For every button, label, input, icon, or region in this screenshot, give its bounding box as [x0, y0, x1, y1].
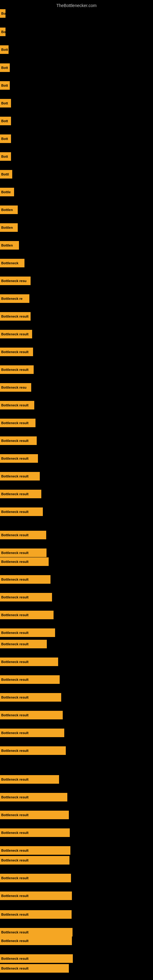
bar-label: Bott	[1, 101, 8, 105]
bar-label: Bottlen	[1, 208, 13, 212]
bar-item: Bottleneck result	[0, 575, 51, 584]
bar-label: Bottleneck result	[1, 849, 29, 852]
bar-label: Bottlen	[1, 226, 13, 229]
bar-item: Bott	[0, 99, 11, 108]
bar-item: Bottleneck resu	[0, 383, 31, 392]
bar-label: Bott	[1, 119, 8, 123]
bar-item: Bo	[0, 27, 5, 36]
bar-label: Bottleneck result	[1, 957, 29, 960]
bar-item: Bottleneck result	[0, 401, 34, 409]
bar-label: Bottleneck result	[1, 457, 29, 460]
bar-item: Bott	[0, 117, 11, 125]
bar-item: Bottleneck result	[0, 775, 59, 784]
bar-item: Bottleneck result	[0, 793, 67, 802]
bar-label: Bottleneck resu	[1, 385, 27, 389]
bar-item: Bottleneck result	[0, 693, 61, 702]
bar-item: Bottleneck re	[0, 294, 29, 303]
bar-label: Bottleneck result	[1, 332, 29, 336]
bar-label: Bottleneck result	[1, 492, 29, 496]
bar-label: Bottleneck result	[1, 642, 29, 646]
bar-label: Bottleneck result	[1, 931, 29, 934]
bar-label: Bottleneck result	[1, 913, 29, 916]
bar-item: Bottleneck result	[0, 891, 72, 900]
bar-label: Bottleneck result	[1, 749, 29, 752]
bar-item: Bott	[0, 81, 10, 90]
bar-item: Bottleneck result	[0, 829, 70, 837]
bar-item: Bottle	[0, 188, 14, 196]
bar-label: Bottleneck result	[1, 813, 29, 817]
bar-label: Bottleneck result	[1, 894, 29, 897]
bar-label: Bottleneck result	[1, 831, 29, 835]
bar-item: Bottleneck	[0, 259, 24, 267]
bar-item: Bottleneck resu	[0, 277, 30, 285]
bar-item: Bottleneck result	[0, 330, 32, 339]
bar-item: Bottlen	[0, 205, 18, 214]
bar-label: Bottleneck result	[1, 551, 29, 555]
bar-label: Bottleneck result	[1, 876, 29, 880]
bar-item: Bottleneck result	[0, 418, 35, 427]
bar-item: Bo	[0, 9, 5, 18]
bar-label: Bottleneck result	[1, 368, 29, 371]
bar-label: Bottleneck re	[1, 297, 22, 301]
bar-label: Bottlen	[1, 243, 13, 247]
bar-item: Bottlen	[0, 223, 18, 232]
bar-item: Bottleneck result	[0, 746, 66, 755]
bar-label: Bottleneck result	[1, 858, 29, 862]
bar-item: Bottleneck result	[0, 508, 43, 516]
bar-item: Bottleneck result	[0, 729, 64, 737]
bar-label: Bottleneck result	[1, 631, 29, 635]
bar-label: Bott	[1, 48, 8, 51]
bar-item: Bottleneck result	[0, 628, 55, 637]
bar-item: Bottl	[0, 170, 12, 178]
bar-item: Bottleneck result	[0, 846, 70, 855]
bar-label: Bott	[1, 155, 8, 158]
bar-label: Bottleneck result	[1, 510, 29, 514]
bar-item: Bottleneck result	[0, 454, 38, 463]
bar-item: Bottleneck result	[0, 937, 72, 945]
bar-item: Bottleneck result	[0, 640, 47, 648]
bar-item: Bottleneck result	[0, 856, 70, 865]
bar-label: Bottleneck result	[1, 678, 29, 681]
bar-label: Bottleneck result	[1, 613, 29, 617]
bar-item: Bottleneck result	[0, 490, 41, 498]
bar-item: Bottleneck result	[0, 593, 52, 601]
bar-item: Bottleneck result	[0, 711, 63, 719]
bar-label: Bo	[1, 12, 5, 15]
bar-item: Bottleneck result	[0, 557, 49, 566]
bar-label: Bottleneck result	[1, 403, 29, 407]
bar-label: Bottleneck result	[1, 315, 29, 318]
bar-label: Bottleneck result	[1, 560, 29, 563]
bar-item: Bottleneck result	[0, 675, 60, 684]
bar-label: Bottleneck result	[1, 595, 29, 599]
bar-item: Bottleneck result	[0, 874, 71, 882]
bar-label: Bottleneck result	[1, 660, 29, 663]
bar-item: Bottleneck result	[0, 611, 54, 619]
bar-label: Bottleneck result	[1, 350, 29, 354]
bar-item: Bottleneck result	[0, 436, 37, 445]
bar-label: Bottleneck resu	[1, 279, 27, 283]
bar-label: Bottleneck	[1, 261, 18, 265]
bar-item: Bott	[0, 64, 10, 72]
bar-label: Bottleneck result	[1, 713, 29, 717]
bar-item: Bottleneck result	[0, 964, 69, 973]
bar-item: Bottlen	[0, 241, 19, 250]
bar-label: Bottle	[1, 190, 11, 194]
bar-item: Bottleneck result	[0, 928, 73, 937]
bar-label: Bottleneck result	[1, 439, 29, 442]
bar-label: Bottleneck result	[1, 967, 29, 970]
bar-label: Bottleneck result	[1, 778, 29, 781]
bar-item: Bottleneck result	[0, 549, 46, 557]
bar-item: Bottleneck result	[0, 365, 33, 374]
bar-label: Bottleneck result	[1, 421, 29, 425]
bar-item: Bottleneck result	[0, 657, 58, 666]
bar-label: Bottleneck result	[1, 939, 29, 943]
bar-label: Bottleneck result	[1, 578, 29, 581]
bar-label: Bottleneck result	[1, 533, 29, 537]
site-title: TheBottlenecker.com	[0, 1, 153, 10]
bar-item: Bott	[0, 152, 11, 161]
bar-item: Bottleneck result	[0, 348, 33, 356]
bar-item: Bottleneck result	[0, 910, 72, 919]
bar-item: Bottleneck result	[0, 531, 46, 539]
bar-label: Bott	[1, 84, 8, 87]
bar-label: Bottleneck result	[1, 731, 29, 735]
